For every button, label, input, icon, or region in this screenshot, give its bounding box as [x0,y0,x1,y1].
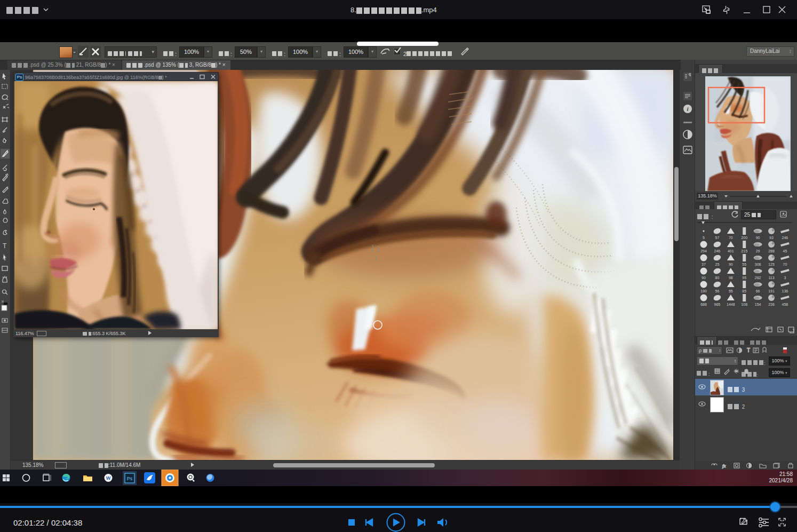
svg-text:25: 25 [715,263,720,266]
svg-text:98: 98 [729,276,733,280]
svg-text:Ps: Ps [127,476,133,481]
svg-text:215: 215 [741,249,747,253]
svg-text:56: 56 [715,289,720,293]
svg-text:401: 401 [728,249,734,253]
svg-text:55: 55 [729,289,733,293]
svg-text:55: 55 [742,263,746,266]
svg-text:T: T [747,347,750,353]
svg-text:246: 246 [782,236,788,240]
svg-text:T: T [3,242,7,250]
svg-text:1448: 1448 [727,303,735,306]
svg-text:191: 191 [768,289,775,293]
svg-text:85: 85 [742,289,746,293]
svg-text:90: 90 [756,236,760,240]
svg-text:80: 80 [715,276,720,280]
svg-text:93: 93 [769,236,774,240]
svg-text:308: 308 [755,263,761,266]
svg-text:246: 246 [714,249,721,253]
svg-text:5: 5 [703,236,705,240]
svg-text:294: 294 [700,249,707,253]
svg-text:70: 70 [783,263,787,266]
svg-text:200: 200 [741,236,747,240]
svg-text:125: 125 [768,263,775,266]
svg-text:458: 458 [782,303,788,306]
svg-text:90: 90 [729,263,733,266]
svg-text:66: 66 [756,289,760,293]
svg-text:37: 37 [702,263,706,266]
svg-text:3: 3 [784,276,786,280]
svg-text:190: 190 [700,289,707,293]
svg-text:136: 136 [782,289,788,293]
svg-text:45: 45 [783,249,787,253]
svg-text:262: 262 [755,276,761,280]
svg-text:688: 688 [700,303,707,306]
svg-text:113: 113 [768,276,774,280]
svg-text:108: 108 [741,303,747,306]
svg-text:29: 29 [756,249,760,253]
svg-text:57: 57 [715,236,720,240]
svg-text:fx: fx [722,463,726,469]
svg-text:965: 965 [714,303,721,306]
svg-text:95: 95 [742,276,746,280]
svg-text:236: 236 [768,303,775,306]
svg-text:W: W [106,475,111,481]
svg-text:154: 154 [755,303,761,306]
svg-text:70: 70 [729,236,733,240]
svg-text:288: 288 [768,249,775,253]
svg-text:90: 90 [702,276,706,280]
